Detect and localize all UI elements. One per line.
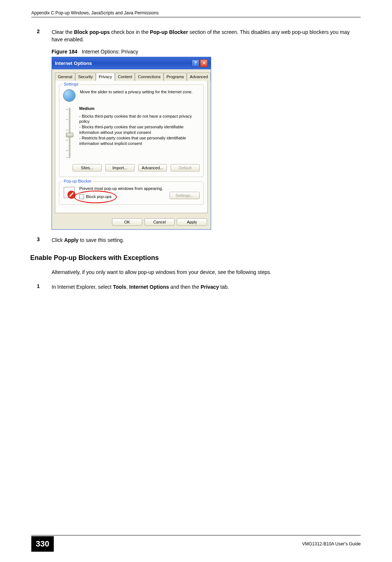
page-number: 330: [31, 536, 54, 552]
apply-button[interactable]: Apply: [177, 218, 207, 226]
block-popups-label: Block pop-ups: [86, 194, 112, 199]
import-button[interactable]: Import...: [105, 164, 134, 171]
ok-button[interactable]: OK: [112, 218, 142, 226]
page-header: Appendix C Pop-up Windows, JavaScripts a…: [31, 0, 361, 17]
step-2-number: 2: [37, 28, 52, 44]
sites-button[interactable]: Sites...: [73, 164, 102, 171]
advanced-button[interactable]: Advanced...: [138, 164, 167, 171]
internet-options-dialog: Internet Options ? ✕ General Security Pr…: [52, 57, 211, 230]
page-footer: 330 VMG1312-B10A User's Guide: [31, 535, 361, 552]
privacy-slider[interactable]: [65, 106, 74, 160]
dialog-titlebar: Internet Options ? ✕: [52, 57, 211, 69]
section-heading: Enable Pop-up Blockers with Exceptions: [30, 254, 355, 262]
step-2: 2 Clear the Block pop-ups check box in t…: [37, 28, 355, 44]
tab-privacy[interactable]: Privacy: [96, 73, 115, 81]
section-intro: Alternatively, if you only want to allow…: [52, 269, 355, 275]
tab-advanced[interactable]: Advanced: [187, 73, 211, 81]
default-button: Default: [171, 164, 200, 171]
popup-blocker-groupbox: Pop-up Blocker Prevent most pop-up windo…: [59, 181, 204, 205]
figure-caption: Figure 184 Internet Options: Privacy: [52, 49, 355, 55]
help-button[interactable]: ?: [192, 59, 199, 67]
step-1b-number: 1: [37, 283, 52, 291]
step-3: 3 Click Apply to save this setting.: [37, 236, 355, 244]
dialog-title: Internet Options: [55, 60, 92, 66]
step-2-text: Clear the Block pop-ups check box in the…: [52, 28, 355, 44]
dialog-tabs: General Security Privacy Content Connect…: [52, 69, 211, 80]
tab-content[interactable]: Content: [115, 73, 135, 81]
slider-thumb[interactable]: [66, 133, 73, 137]
block-popups-checkbox[interactable]: [79, 194, 84, 199]
privacy-level: Medium: [79, 106, 200, 111]
guide-title: VMG1312-B10A User's Guide: [302, 541, 361, 547]
popup-group-label: Pop-up Blocker: [62, 179, 93, 183]
tab-panel-privacy: Settings Move the slider to select a pri…: [55, 80, 208, 213]
popup-blocker-icon: [63, 186, 76, 199]
settings-description: Move the slider to select a privacy sett…: [80, 89, 200, 102]
tab-general[interactable]: General: [55, 73, 75, 81]
step-1b: 1 In Internet Explorer, select Tools, In…: [37, 283, 355, 291]
step-3-number: 3: [37, 236, 52, 244]
settings-group-label: Settings: [62, 82, 80, 86]
popup-description: Prevent most pop-up windows from appeari…: [79, 186, 200, 191]
privacy-level-description: - Blocks third-party cookies that do not…: [79, 114, 200, 146]
settings-groupbox: Settings Move the slider to select a pri…: [59, 84, 204, 177]
appendix-title: Appendix C Pop-up Windows, JavaScripts a…: [31, 10, 159, 15]
close-button[interactable]: ✕: [200, 59, 208, 67]
tab-security[interactable]: Security: [75, 73, 96, 81]
step-1b-text: In Internet Explorer, select Tools, Inte…: [52, 283, 355, 291]
tab-programs[interactable]: Programs: [164, 73, 187, 81]
cancel-button[interactable]: Cancel: [144, 218, 175, 226]
globe-icon: [63, 89, 76, 102]
tab-connections[interactable]: Connections: [135, 73, 163, 81]
step-3-text: Click Apply to save this setting.: [52, 236, 355, 244]
